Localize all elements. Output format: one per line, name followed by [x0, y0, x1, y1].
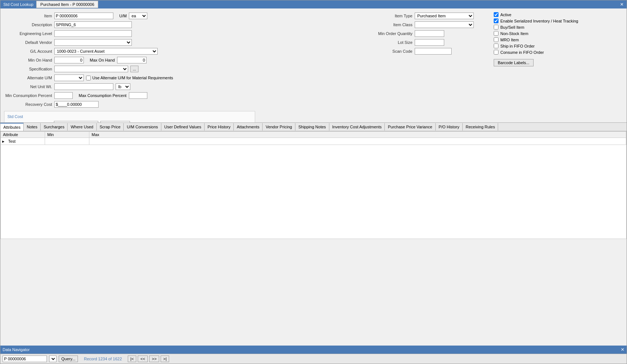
bottom-tab-attributes[interactable]: Attributes — [0, 123, 24, 131]
item-type-select[interactable]: Purchased Item — [415, 13, 474, 19]
bottom-tab-inventory-cost-adjustments[interactable]: Inventory Cost Adjustments — [329, 123, 385, 131]
net-unit-wt-label: Net Unit Wt. — [4, 84, 52, 89]
active-checkbox[interactable] — [494, 12, 498, 17]
min-on-hand-input[interactable] — [54, 57, 84, 63]
bottom-tab-attachments[interactable]: Attachments — [234, 123, 263, 131]
serialized-checkbox-row: Enable Serialized Inventory / Heat Track… — [494, 18, 623, 23]
bottom-tab-shipping-notes[interactable]: Shipping Notes — [295, 123, 329, 131]
bottom-tabs-strip: AttributesNotesSurchargesWhere UsedScrap… — [0, 122, 627, 131]
bottom-tab-receiving-rules[interactable]: Receiving Rules — [463, 123, 498, 131]
nav-arrows: |< << >> >| — [128, 356, 169, 362]
gl-account-select[interactable]: 1000-0023 - Current Asset — [54, 48, 158, 55]
form-col-right: Active Enable Serialized Inventory / Hea… — [490, 12, 623, 122]
item-type-row: Item Type Purchased Item — [364, 12, 483, 20]
use-alternate-uom-checkbox[interactable] — [86, 76, 91, 80]
recovery-cost-input[interactable] — [54, 101, 99, 108]
attr-col-header-max: Max — [89, 132, 626, 138]
data-navigator-close-button[interactable]: ✕ — [621, 347, 624, 352]
scan-code-input[interactable] — [415, 48, 452, 55]
consume-fifo-checkbox[interactable] — [494, 50, 498, 55]
uom-label: U/M — [119, 14, 127, 18]
min-consumption-label: Min Consumption Percent — [4, 93, 52, 98]
uom-select[interactable]: ea — [129, 13, 147, 19]
nav-first-button[interactable]: |< — [128, 356, 136, 362]
item-type-label: Item Type — [364, 14, 412, 18]
item-class-select[interactable] — [415, 21, 474, 28]
max-consumption-label: Max Consumption Percent — [79, 93, 127, 98]
active-checkbox-row: Active — [494, 12, 623, 17]
ship-fifo-checkbox-row: Ship in FIFO Order — [494, 44, 623, 48]
std-cost-title[interactable]: Std Cost — [7, 114, 252, 119]
content-spacer — [0, 239, 627, 346]
consume-fifo-label: Consume in FIFO Order — [500, 50, 544, 55]
item-input[interactable] — [54, 13, 113, 19]
specification-select[interactable] — [54, 66, 128, 72]
nav-last-button[interactable]: >| — [161, 356, 169, 362]
engineering-level-label: Engineering Level — [4, 31, 52, 36]
alternate-uom-select[interactable] — [54, 74, 84, 81]
min-order-qty-input[interactable] — [415, 30, 444, 37]
attr-col-header-min: Min — [45, 132, 89, 138]
active-label: Active — [500, 13, 511, 17]
navigator-field-input[interactable] — [3, 356, 47, 362]
form-col-middle: Item Type Purchased Item Item Class Min … — [364, 12, 483, 122]
bottom-tab-scrap-price[interactable]: Scrap Price — [97, 123, 124, 131]
mro-checkbox[interactable] — [494, 37, 498, 42]
bottom-tab-user-defined-values[interactable]: User Defined Values — [161, 123, 205, 131]
query-button[interactable]: Query... — [59, 356, 78, 362]
bottom-tab-price-history[interactable]: Price History — [205, 123, 234, 131]
main-content: Item U/M ea Description Engineering Leve… — [0, 8, 627, 122]
navigator-field-select[interactable] — [49, 356, 56, 362]
serialized-checkbox[interactable] — [494, 18, 498, 23]
lot-size-input[interactable] — [415, 39, 444, 46]
default-vendor-select[interactable] — [54, 39, 132, 46]
ship-fifo-label: Ship in FIFO Order — [500, 44, 535, 48]
consume-fifo-checkbox-row: Consume in FIFO Order — [494, 50, 623, 55]
bottom-tab-notes[interactable]: Notes — [24, 123, 41, 131]
bottom-tab-where-used[interactable]: Where Used — [68, 123, 96, 131]
form-section-top: Item U/M ea Description Engineering Leve… — [4, 12, 623, 122]
net-unit-wt-unit-select[interactable]: lb — [116, 83, 130, 90]
alternate-uom-label: Alternate U/M — [4, 76, 52, 80]
barcode-labels-button[interactable]: Barcode Labels... — [494, 59, 534, 66]
net-unit-wt-input[interactable] — [54, 83, 113, 90]
attr-col-header-attribute: Attribute — [1, 132, 45, 138]
std-cost-section: Std Cost Base Cost USD $1.65500 USD — [4, 111, 255, 122]
item-label: Item — [4, 14, 52, 18]
attributes-section: Attribute Min Max ► Test — [0, 131, 627, 239]
item-class-row: Item Class — [364, 21, 483, 28]
engineering-level-input[interactable] — [54, 30, 132, 37]
tab-label: Purchased Item - P 00000006 — [40, 2, 94, 7]
buy-sell-label: Buy/Sell Item — [500, 25, 524, 30]
close-button[interactable]: ✕ — [620, 2, 624, 7]
bottom-tab-u/m-conversions[interactable]: U/M Conversions — [124, 123, 161, 131]
on-hand-row: Min On Hand Max On Hand — [4, 56, 357, 64]
description-input[interactable] — [54, 21, 132, 28]
buy-sell-checkbox[interactable] — [494, 25, 498, 30]
mro-checkbox-row: MRO Item — [494, 37, 623, 42]
bottom-tab-p/o-history[interactable]: P/O History — [436, 123, 463, 131]
non-stock-checkbox[interactable] — [494, 31, 498, 36]
use-alternate-uom-checkbox-row: Use Alternate U/M for Material Requireme… — [86, 76, 173, 80]
max-consumption-input[interactable] — [129, 92, 147, 99]
main-window: Std Cost Lookup Purchased Item - P 00000… — [0, 0, 627, 364]
use-alternate-uom-label: Use Alternate U/M for Material Requireme… — [92, 76, 173, 80]
engineering-level-row: Engineering Level — [4, 30, 357, 37]
spec-browse-button[interactable]: ... — [130, 66, 138, 72]
ship-fifo-checkbox[interactable] — [494, 44, 498, 48]
gl-account-row: G/L Account 1000-0023 - Current Asset — [4, 48, 357, 55]
bottom-tab-surcharges[interactable]: Surcharges — [41, 123, 68, 131]
bottom-tab-purchase-price-variance[interactable]: Purchase Price Variance — [385, 123, 435, 131]
alternate-uom-row: Alternate U/M Use Alternate U/M for Mate… — [4, 74, 357, 82]
min-consumption-input[interactable] — [54, 92, 73, 99]
default-vendor-row: Default Vendor — [4, 39, 357, 46]
nav-next-button[interactable]: >> — [149, 356, 159, 362]
record-info: Record 1234 of 1622 — [84, 357, 122, 361]
form-col-left: Item U/M ea Description Engineering Leve… — [4, 12, 357, 122]
nav-prev-button[interactable]: << — [138, 356, 148, 362]
max-on-hand-input[interactable] — [117, 57, 147, 63]
consumption-row: Min Consumption Percent Max Consumption … — [4, 92, 357, 99]
attr-cell-max — [89, 138, 626, 145]
bottom-tab-vendor-pricing[interactable]: Vendor Pricing — [263, 123, 295, 131]
tab-purchased-item[interactable]: Purchased Item - P 00000006 — [36, 1, 98, 8]
